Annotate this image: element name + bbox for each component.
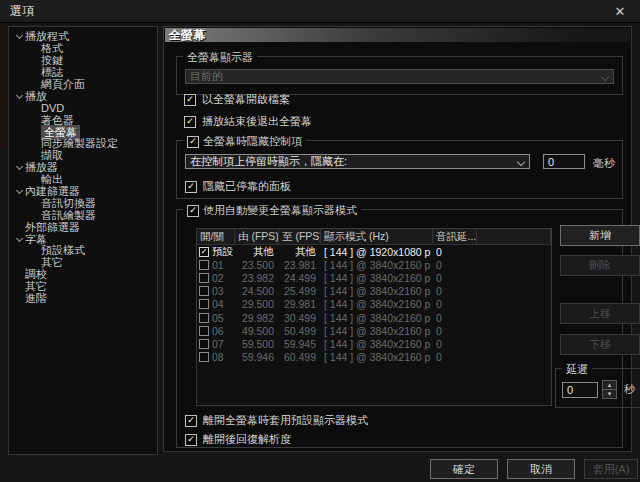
unchecked-checkbox-icon[interactable] <box>199 286 209 296</box>
row-id-label: 03 <box>212 285 224 297</box>
apply-label: 套用(A) <box>593 462 630 477</box>
checked-checkbox-icon[interactable] <box>187 205 199 217</box>
sidebar-item[interactable]: DVD <box>11 102 155 114</box>
row-to-fps: 50.499 <box>279 325 321 337</box>
table-row[interactable]: 0759.50059.945[ 144 ] @ 3840x2160 p0 <box>197 337 551 350</box>
row-id-label: 預設 <box>212 245 233 259</box>
hide-controls-group-label: 全螢幕時隱藏控制項 <box>203 134 302 149</box>
checked-checkbox-icon[interactable] <box>185 415 197 427</box>
checked-checkbox-icon[interactable] <box>187 136 199 148</box>
table-column-header[interactable]: 音訊延... <box>433 229 477 244</box>
spinner-up-icon[interactable]: ▲ <box>603 381 616 390</box>
row-display-mode: [ 144 ] @ 3840x2160 p <box>321 259 433 271</box>
spinner-down-icon[interactable]: ▼ <box>603 390 616 398</box>
hide-delay-input[interactable]: 0 <box>543 154 585 169</box>
checked-checkbox-icon[interactable] <box>184 94 196 106</box>
autochange-mode-group-label: 使用自動變更全螢幕顯示器模式 <box>203 203 357 218</box>
table-column-header[interactable]: 至 (FPS) <box>279 229 321 244</box>
chevron-down-icon <box>517 158 525 166</box>
unchecked-checkbox-icon[interactable] <box>199 352 209 362</box>
unchecked-checkbox-icon[interactable] <box>199 273 209 283</box>
row-from-fps: 29.500 <box>235 298 279 310</box>
table-column-header[interactable]: 顯示模式 (Hz) <box>321 229 433 244</box>
sidebar-item[interactable]: 按鍵 <box>11 55 155 67</box>
restore-resolution-label: 離開後回復解析度 <box>203 432 291 447</box>
move-up-button[interactable]: 上移 <box>560 303 640 324</box>
chevron-down-icon[interactable] <box>14 35 25 38</box>
chevron-down-icon[interactable] <box>14 190 25 193</box>
row-audio-delay: 0 <box>433 351 477 363</box>
cancel-label: 取消 <box>530 462 552 477</box>
remove-mode-button[interactable]: 刪除 <box>560 255 640 276</box>
sidebar-item[interactable]: 播放 <box>11 90 155 102</box>
checked-checkbox-icon[interactable] <box>184 116 196 128</box>
checked-checkbox-icon[interactable] <box>199 247 209 257</box>
cancel-button[interactable]: 取消 <box>507 459 575 479</box>
exit-fullscreen-end-label: 播放結束後退出全螢幕 <box>202 114 312 129</box>
title-bar: 選項 ✕ <box>0 0 640 23</box>
table-column-header[interactable]: 由 (FPS) <box>235 229 279 244</box>
unchecked-checkbox-icon[interactable] <box>199 339 209 349</box>
move-up-label: 上移 <box>589 306 611 321</box>
add-mode-button[interactable]: 新增 <box>560 225 640 246</box>
apply-default-mode-checkbox[interactable]: 離開全螢幕時套用預設顯示器模式 <box>185 413 368 428</box>
exit-fullscreen-end-checkbox[interactable]: 播放結束後退出全螢幕 <box>184 114 312 129</box>
hide-policy-value: 在控制項上停留時顯示，隱藏在: <box>190 154 347 169</box>
sidebar-item[interactable]: 格式 <box>11 43 155 55</box>
chevron-down-icon[interactable] <box>14 166 25 169</box>
table-row[interactable]: 0859.94660.499[ 144 ] @ 3840x2160 p0 <box>197 351 551 364</box>
sidebar-item[interactable]: 播放程式 <box>11 31 155 43</box>
table-row[interactable]: 0223.98224.499[ 144 ] @ 3840x2160 p0 <box>197 271 551 284</box>
checked-checkbox-icon[interactable] <box>185 434 197 446</box>
row-from-fps: 24.500 <box>235 285 279 297</box>
options-category-sidebar: 播放程式格式按鍵標誌網頁介面播放DVD著色器全螢幕同步繪製器設定擷取播放器輸出內… <box>8 26 158 455</box>
delay-spinner-input[interactable]: 0 <box>562 382 598 398</box>
chevron-down-icon[interactable] <box>14 95 25 98</box>
row-display-mode: [ 144 ] @ 3840x2160 p <box>321 351 433 363</box>
unchecked-checkbox-icon[interactable] <box>199 313 209 323</box>
row-display-mode: [ 144 ] @ 3840x2160 p <box>321 272 433 284</box>
table-row[interactable]: 0324.50025.499[ 144 ] @ 3840x2160 p0 <box>197 285 551 298</box>
table-row[interactable]: 預設其他其他[ 144 ] @ 1920x1080 p0 <box>197 245 551 258</box>
table-column-header[interactable]: 開/關 <box>197 229 235 244</box>
sidebar-item[interactable]: 著色器 <box>11 114 155 126</box>
hide-policy-select[interactable]: 在控制項上停留時顯示，隱藏在: <box>185 154 530 169</box>
row-to-fps: 23.981 <box>279 259 321 271</box>
ok-button[interactable]: 確定 <box>430 459 498 479</box>
table-row[interactable]: 0123.50023.981[ 144 ] @ 3840x2160 p0 <box>197 258 551 271</box>
sidebar-item[interactable]: 同步繪製器設定 <box>11 138 155 150</box>
mode-table-body: 預設其他其他[ 144 ] @ 1920x1080 p00123.50023.9… <box>197 245 551 364</box>
hide-docked-panels-checkbox[interactable]: 隱藏已停靠的面板 <box>185 179 291 194</box>
row-audio-delay: 0 <box>433 298 477 310</box>
table-column-header[interactable] <box>477 229 551 244</box>
fullscreen-monitor-group: 全螢幕顯示器 目前的 <box>176 56 623 95</box>
chevron-down-icon[interactable] <box>14 238 25 241</box>
table-row[interactable]: 0649.50050.499[ 144 ] @ 3840x2160 p0 <box>197 324 551 337</box>
row-id-label: 06 <box>212 325 224 337</box>
dialog-title: 選項 <box>0 3 34 20</box>
row-display-mode: [ 144 ] @ 3840x2160 p <box>321 298 433 310</box>
sidebar-item[interactable]: 進階 <box>11 293 155 305</box>
unchecked-checkbox-icon[interactable] <box>199 299 209 309</box>
fullscreen-settings-panel: 全螢幕 全螢幕顯示器 目前的 以全螢幕開啟檔案 播放結束後退出全螢幕 全螢幕時隱… <box>163 26 632 452</box>
unchecked-checkbox-icon[interactable] <box>199 260 209 270</box>
move-down-button[interactable]: 下移 <box>560 334 640 355</box>
ok-label: 確定 <box>453 462 475 477</box>
restore-resolution-checkbox[interactable]: 離開後回復解析度 <box>185 432 291 447</box>
delay-unit-label: 秒 <box>624 382 635 397</box>
row-display-mode: [ 144 ] @ 1920x1080 p <box>321 246 433 258</box>
sidebar-item[interactable]: 播放器 <box>11 162 155 174</box>
table-row[interactable]: 0429.50029.981[ 144 ] @ 3840x2160 p0 <box>197 298 551 311</box>
sidebar-item[interactable]: 預設樣式 <box>11 245 155 257</box>
row-audio-delay: 0 <box>433 285 477 297</box>
row-id-label: 01 <box>212 259 224 271</box>
unchecked-checkbox-icon[interactable] <box>199 326 209 336</box>
apply-button[interactable]: 套用(A) <box>584 459 638 479</box>
checked-checkbox-icon[interactable] <box>185 181 197 193</box>
table-row[interactable]: 0529.98230.499[ 144 ] @ 3840x2160 p0 <box>197 311 551 324</box>
row-id-label: 08 <box>212 351 224 363</box>
open-files-fullscreen-checkbox[interactable]: 以全螢幕開啟檔案 <box>184 92 290 107</box>
row-to-fps: 60.499 <box>279 351 321 363</box>
close-icon[interactable]: ✕ <box>608 2 632 20</box>
chevron-down-icon <box>601 73 609 81</box>
